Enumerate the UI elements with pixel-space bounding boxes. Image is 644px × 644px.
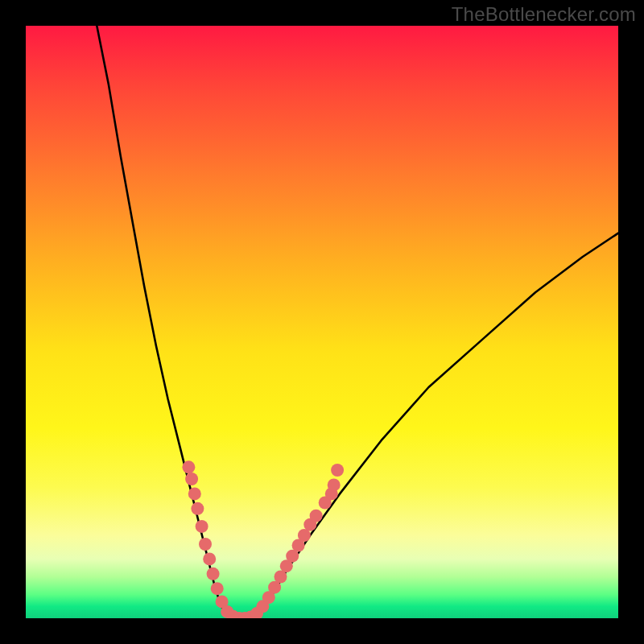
data-marker	[188, 487, 201, 500]
data-marker	[191, 502, 204, 515]
watermark-text: TheBottlenecker.com	[452, 3, 636, 26]
data-marker	[328, 478, 341, 491]
data-marker	[182, 460, 195, 473]
data-marker	[185, 473, 198, 485]
data-markers	[182, 460, 344, 618]
curve-path	[97, 26, 618, 618]
data-marker	[199, 538, 212, 551]
data-marker	[331, 464, 344, 477]
data-marker	[310, 510, 323, 522]
plot-overlay	[26, 26, 618, 618]
data-marker	[196, 520, 208, 533]
bottleneck-curve	[97, 26, 618, 618]
data-marker	[211, 582, 224, 595]
data-marker	[207, 568, 220, 580]
plot-frame	[26, 26, 618, 618]
data-marker	[203, 552, 216, 565]
